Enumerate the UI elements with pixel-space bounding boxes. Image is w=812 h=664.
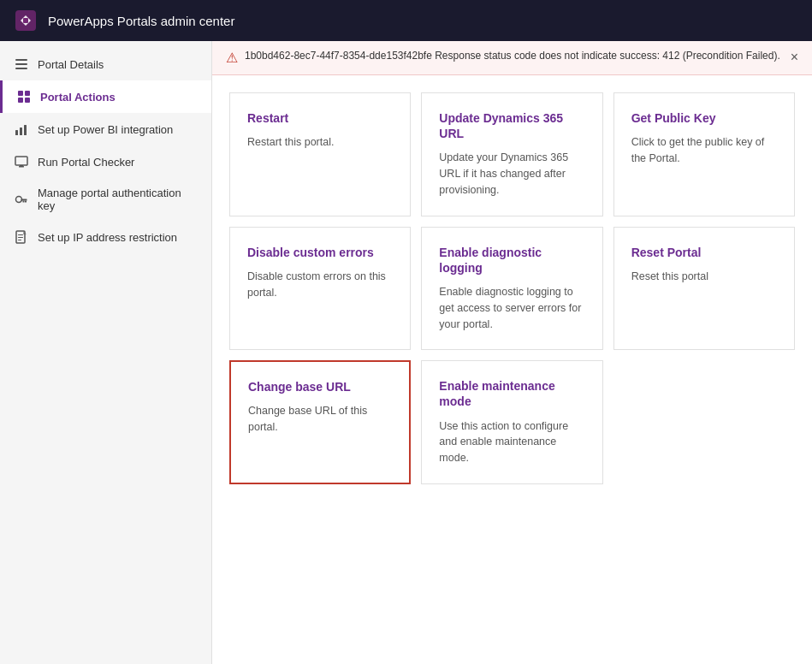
card-update-dynamics-url[interactable]: Update Dynamics 365 URL Update your Dyna… <box>421 92 602 216</box>
svg-rect-17 <box>25 201 27 203</box>
sidebar-item-portal-checker[interactable]: Run Portal Checker <box>0 145 211 178</box>
svg-rect-5 <box>18 91 23 96</box>
card-disable-custom-errors[interactable]: Disable custom errors Disable custom err… <box>229 227 411 351</box>
error-icon: ⚠ <box>226 50 238 66</box>
sidebar-item-portal-actions[interactable]: Portal Actions <box>0 80 211 113</box>
powerapps-icon <box>14 9 38 33</box>
card-restart[interactable]: Restart Restart this portal. <box>229 92 411 216</box>
svg-rect-6 <box>25 91 30 96</box>
sidebar-item-power-bi[interactable]: Set up Power BI integration <box>0 113 211 145</box>
svg-point-15 <box>16 197 22 203</box>
card-update-dynamics-url-title: Update Dynamics 365 URL <box>439 110 584 141</box>
card-disable-custom-errors-title: Disable custom errors <box>247 245 393 260</box>
card-enable-maintenance-mode-title: Enable maintenance mode <box>439 378 584 409</box>
cards-grid: Restart Restart this portal. Update Dyna… <box>212 75 812 664</box>
monitor-icon <box>14 154 29 169</box>
sidebar-label-portal-checker: Run Portal Checker <box>38 156 134 169</box>
svg-rect-7 <box>18 98 23 103</box>
svg-rect-3 <box>15 63 27 65</box>
svg-rect-16 <box>21 199 27 201</box>
card-enable-maintenance-mode-description: Use this action to configure and enable … <box>439 418 584 466</box>
app-title: PowerApps Portals admin center <box>48 14 234 28</box>
doc-icon <box>14 229 29 245</box>
card-enable-diagnostic-logging-title: Enable diagnostic logging <box>439 245 584 276</box>
sidebar: Portal Details Portal Actions <box>0 41 212 664</box>
card-reset-portal-title: Reset Portal <box>631 245 777 260</box>
svg-rect-18 <box>23 201 25 203</box>
list-icon <box>14 56 29 72</box>
svg-rect-8 <box>25 98 30 103</box>
card-enable-diagnostic-logging[interactable]: Enable diagnostic logging Enable diagnos… <box>421 227 602 351</box>
sidebar-label-portal-details: Portal Details <box>38 58 104 71</box>
card-get-public-key[interactable]: Get Public Key Click to get the public k… <box>613 92 795 216</box>
card-reset-portal-description: Reset this portal <box>631 269 777 285</box>
svg-rect-2 <box>15 59 27 61</box>
svg-rect-12 <box>15 157 27 165</box>
card-restart-title: Restart <box>247 110 393 126</box>
sidebar-item-auth-key[interactable]: Manage portal authentication key <box>0 178 211 221</box>
main-layout: Portal Details Portal Actions <box>0 41 812 664</box>
app-header: PowerApps Portals admin center <box>0 0 812 41</box>
sidebar-label-portal-actions: Portal Actions <box>40 91 116 104</box>
chart-icon <box>14 122 29 137</box>
svg-rect-1 <box>23 18 28 23</box>
card-get-public-key-title: Get Public Key <box>631 110 777 126</box>
key-icon <box>14 192 29 207</box>
svg-rect-10 <box>20 127 22 135</box>
svg-rect-20 <box>18 234 23 235</box>
card-get-public-key-description: Click to get the public key of the Porta… <box>631 134 777 167</box>
sidebar-item-portal-details[interactable]: Portal Details <box>0 48 211 80</box>
card-update-dynamics-url-description: Update your Dynamics 365 URL if it has c… <box>439 150 584 198</box>
error-banner: ⚠ 1b0bd462-8ec7-44f7-8354-dde153f42bfe R… <box>212 41 812 75</box>
svg-rect-21 <box>18 237 23 238</box>
card-disable-custom-errors-description: Disable custom errors on this portal. <box>247 269 393 301</box>
card-change-base-url[interactable]: Change base URL Change base URL of this … <box>229 360 411 484</box>
card-reset-portal[interactable]: Reset Portal Reset this portal <box>613 227 795 351</box>
sidebar-label-power-bi: Set up Power BI integration <box>38 123 173 136</box>
content-area: ⚠ 1b0bd462-8ec7-44f7-8354-dde153f42bfe R… <box>212 41 812 664</box>
error-message: 1b0bd462-8ec7-44f7-8354-dde153f42bfe Res… <box>245 50 784 62</box>
card-enable-maintenance-mode[interactable]: Enable maintenance mode Use this action … <box>421 360 602 484</box>
close-icon[interactable]: × <box>791 50 798 65</box>
svg-rect-22 <box>18 240 21 240</box>
actions-icon <box>16 89 32 104</box>
card-change-base-url-description: Change base URL of this portal. <box>248 403 392 436</box>
svg-rect-14 <box>20 165 23 167</box>
sidebar-label-ip-restriction: Set up IP address restriction <box>38 231 177 244</box>
card-restart-description: Restart this portal. <box>247 134 393 151</box>
svg-rect-4 <box>15 68 27 69</box>
sidebar-item-ip-restriction[interactable]: Set up IP address restriction <box>0 221 211 253</box>
svg-rect-9 <box>15 130 18 135</box>
svg-rect-11 <box>24 125 27 135</box>
card-enable-diagnostic-logging-description: Enable diagnostic logging to get access … <box>439 284 584 332</box>
card-change-base-url-title: Change base URL <box>248 379 392 394</box>
sidebar-label-auth-key: Manage portal authentication key <box>38 187 198 212</box>
